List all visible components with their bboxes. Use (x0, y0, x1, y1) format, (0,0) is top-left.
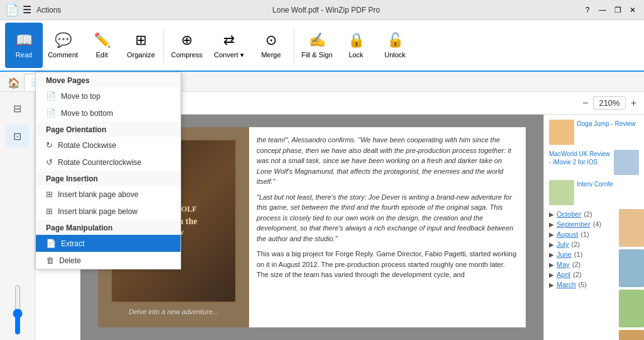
close-button[interactable]: ✕ (626, 4, 639, 16)
arrow-icon-may: ▶ (549, 261, 554, 268)
unlock-label: Unlock (384, 51, 406, 59)
help-button[interactable]: ? (581, 4, 594, 16)
arrow-icon-march: ▶ (549, 281, 554, 288)
dropdown-menu: Move Pages 📄 Move to top 📄 Move to botto… (35, 72, 181, 269)
menu-item-rotate-cw[interactable]: ↻ Rotate Clockwise (36, 137, 180, 154)
edge-image-2 (619, 249, 644, 287)
extract-icon: 📄 (46, 239, 56, 248)
ribbon-unlock[interactable]: 🔓 Unlock (376, 23, 414, 68)
archive-september-link[interactable]: September (557, 220, 591, 228)
blog-thumb-1 (549, 120, 574, 145)
zoom-slider[interactable] (10, 285, 25, 335)
blog-thumb-3 (549, 180, 574, 205)
archive-august-link[interactable]: August (557, 230, 578, 238)
menu-label-extract: Extract (61, 239, 84, 248)
move-bottom-icon: 📄 (46, 108, 56, 118)
minimize-button[interactable]: — (596, 4, 609, 16)
hamburger-icon[interactable]: ☰ (23, 4, 31, 16)
menu-item-delete[interactable]: 🗑 Delete (36, 252, 180, 269)
menu-item-rotate-ccw[interactable]: ↺ Rotate Counterclockwise (36, 154, 180, 171)
ribbon-edit[interactable]: ✏️ Edit (83, 23, 121, 68)
compress-icon: ⊕ (181, 32, 192, 48)
thumbnails-button[interactable]: ⊡ (6, 125, 29, 147)
lock-icon: 🔒 (348, 32, 365, 48)
ribbon-read[interactable]: 📖 Read (5, 23, 43, 68)
toggle-panel-button[interactable]: ⊟ (6, 97, 29, 120)
move-top-icon: 📄 (46, 91, 56, 101)
menu-item-move-bottom[interactable]: 📄 Move to bottom (36, 105, 180, 122)
ribbon-organize[interactable]: ⊞ Organize (122, 23, 160, 68)
ribbon-fill-sign[interactable]: ✍ Fill & Sign (298, 23, 336, 68)
pdf-text-block-2: "Last but not least, there's the story: … (257, 192, 518, 244)
menu-item-insert-above[interactable]: ⊞ Insert blank page above (36, 186, 180, 203)
menu-section-manipulation: Page Manipulation (36, 220, 180, 235)
arrow-icon-july: ▶ (549, 241, 554, 248)
edit-label: Edit (96, 51, 108, 59)
menu-label-rotate-cw: Rotate Clockwise (58, 141, 116, 150)
merge-icon: ⊙ (265, 32, 277, 48)
app-icon: 📄 (5, 3, 19, 17)
archive-june-link[interactable]: June (557, 251, 572, 258)
comment-icon: 💬 (55, 32, 72, 48)
menu-label-insert-above: Insert blank page above (58, 190, 138, 199)
archive-october-link[interactable]: October (557, 210, 581, 218)
comment-label: Comment (48, 51, 78, 59)
archive-march-link[interactable]: March (557, 281, 576, 288)
actions-menu[interactable]: Actions (36, 6, 61, 14)
menu-item-move-top[interactable]: 📄 Move to top (36, 88, 180, 105)
blog-item-3: Interv Cornfe (549, 180, 639, 205)
menu-section-insertion: Page Insertion (36, 171, 180, 186)
read-icon: 📖 (16, 32, 33, 48)
lock-label: Lock (348, 51, 363, 59)
ribbon: 📖 Read 💬 Comment ✏️ Edit ⊞ Organize ⊕ Co… (0, 20, 644, 72)
zoom-in-button[interactable]: + (631, 98, 636, 109)
pdf-text-block-1: the team!", Alessandro confirms. "We hav… (257, 135, 518, 187)
ribbon-divider-1 (164, 28, 164, 63)
archive-october-count: (2) (584, 210, 592, 218)
arrow-icon-september: ▶ (549, 221, 554, 228)
menu-item-extract[interactable]: 📄 Extract (36, 235, 180, 252)
right-edge-images (619, 209, 644, 340)
rotate-ccw-icon: ↺ (46, 157, 53, 167)
blog-title-2[interactable]: MacWorld UK Review - iMovie 2 for iOS (549, 150, 611, 166)
archive-march-count: (5) (579, 281, 587, 288)
right-sidebar: Ooga Jump - Review MacWorld UK Review - … (543, 115, 644, 340)
fill-sign-label: Fill & Sign (301, 51, 333, 59)
menu-label-rotate-ccw: Rotate Counterclockwise (58, 158, 142, 167)
insert-below-icon: ⊞ (46, 207, 53, 216)
title-bar: 📄 ☰ Actions Lone Wolf.pdf - WinZip PDF P… (0, 0, 644, 20)
menu-label-delete: Delete (59, 256, 81, 265)
archive-april-link[interactable]: April (557, 271, 570, 278)
merge-label: Merge (261, 51, 280, 59)
ribbon-divider-2 (294, 28, 294, 63)
archive-may-link[interactable]: May (557, 261, 570, 268)
rotate-cw-icon: ↻ (46, 140, 53, 150)
ribbon-lock[interactable]: 🔒 Lock (337, 23, 375, 68)
ribbon-comment[interactable]: 💬 Comment (44, 23, 82, 68)
restore-button[interactable]: ❐ (611, 4, 624, 16)
archive-july-link[interactable]: July (557, 241, 569, 248)
home-button[interactable]: 🏠 (5, 74, 23, 91)
edge-image-3 (619, 290, 644, 327)
blog-item-2: MacWorld UK Review - iMovie 2 for iOS (549, 150, 639, 175)
zoom-out-button[interactable]: − (582, 98, 588, 109)
arrow-icon-june: ▶ (549, 251, 554, 258)
organize-label: Organize (127, 51, 155, 59)
convert-label: Convert ▾ (214, 51, 244, 59)
compress-label: Compress (171, 51, 203, 59)
zoom-value[interactable]: 210% (593, 96, 625, 110)
ribbon-compress[interactable]: ⊕ Compress (168, 23, 206, 68)
ribbon-merge[interactable]: ⊙ Merge (252, 23, 290, 68)
fill-sign-icon: ✍ (309, 32, 326, 48)
blog-title-3[interactable]: Interv Cornfe (577, 180, 613, 188)
delete-icon: 🗑 (46, 256, 54, 265)
menu-item-insert-below[interactable]: ⊞ Insert blank page below (36, 203, 180, 220)
sidebar-left: ⊟ ⊡ (0, 92, 35, 340)
edge-image-1 (619, 209, 644, 247)
blog-title-1[interactable]: Ooga Jump - Review (577, 120, 635, 128)
pdf-text-block-3: This was a big project for Forge Reply. … (257, 249, 518, 280)
ribbon-convert[interactable]: ⇄ Convert ▾ (207, 23, 251, 68)
archive-may-count: (2) (572, 261, 580, 268)
archive-august-count: (1) (580, 230, 589, 238)
menu-label-insert-below: Insert blank page below (58, 207, 138, 216)
